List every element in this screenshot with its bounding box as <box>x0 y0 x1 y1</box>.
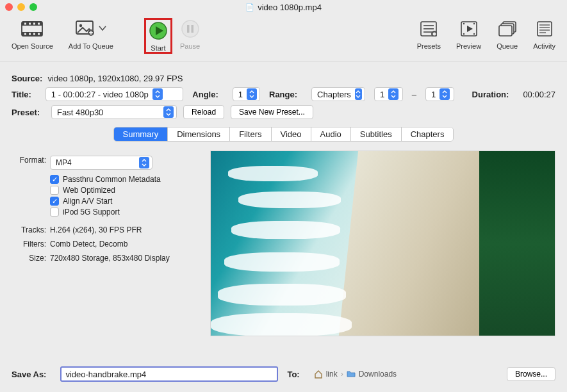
window-title: 📄 video 1080p.mp4 <box>0 3 567 12</box>
filters-label: Filters: <box>12 240 46 249</box>
svg-point-16 <box>182 20 199 37</box>
bottom-bar: Save As: To: link › Downloads Browse... <box>0 360 567 392</box>
checkbox-label: Passthru Common Metadata <box>63 175 161 184</box>
browse-button[interactable]: Browse... <box>507 367 555 381</box>
toolbar: Open Source Add To Queue Start Pause <box>0 14 567 62</box>
checkbox-ipod-5g[interactable]: iPod 5G Support <box>50 208 195 216</box>
tab-subtitles[interactable]: Subtitles <box>351 127 402 141</box>
range-separator: – <box>412 90 416 99</box>
format-select[interactable]: MP4 <box>50 156 152 170</box>
angle-label: Angle: <box>192 90 218 99</box>
range-from-select[interactable]: 1 <box>374 87 403 101</box>
title-label: Title: <box>12 90 31 99</box>
checkbox-icon <box>50 208 59 216</box>
add-to-queue-button[interactable]: Add To Queue <box>61 18 121 50</box>
window-title-text: video 1080p.mp4 <box>258 3 322 12</box>
svg-point-29 <box>473 33 474 35</box>
film-icon <box>21 18 43 40</box>
pause-label: Pause <box>180 42 200 50</box>
reload-button[interactable]: Reload <box>183 105 224 119</box>
source-value: video 1080p, 1920x1080, 29.97 FPS <box>47 74 183 83</box>
open-source-button[interactable]: Open Source <box>4 18 61 50</box>
duration-value: 00:00:27 <box>523 90 555 99</box>
preview-label: Preview <box>456 42 481 50</box>
save-new-preset-button[interactable]: Save New Preset... <box>231 105 313 119</box>
size-label: Size: <box>12 254 46 263</box>
svg-rect-8 <box>29 33 31 35</box>
svg-point-26 <box>463 23 464 24</box>
angle-select[interactable]: 1 <box>233 87 260 101</box>
preset-value: Fast 480p30 <box>57 108 160 117</box>
checkbox-label: iPod 5G Support <box>63 208 120 216</box>
preview-icon <box>461 18 477 40</box>
saveas-label: Save As: <box>12 370 46 379</box>
checkbox-align-av[interactable]: ✓ Align A/V Start <box>50 197 195 206</box>
title-select[interactable]: 1 - 00:00:27 - video 1080p <box>45 87 183 101</box>
titlebar: 📄 video 1080p.mp4 <box>0 0 567 14</box>
filters-value: Comb Detect, Decomb <box>50 240 127 249</box>
close-icon[interactable] <box>5 3 13 11</box>
svg-rect-10 <box>38 33 40 35</box>
range-type-value: Chapters <box>317 90 351 99</box>
range-to-select[interactable]: 1 <box>425 87 454 101</box>
home-icon <box>314 370 323 379</box>
presets-button[interactable]: Presets <box>409 18 448 50</box>
pause-button: Pause <box>172 18 208 50</box>
stack-icon <box>498 18 516 40</box>
start-label: Start <box>151 44 165 52</box>
range-to-value: 1 <box>431 90 436 99</box>
updown-icon <box>163 106 174 118</box>
source-label: Source: <box>12 74 42 83</box>
open-source-label: Open Source <box>12 42 53 50</box>
saveas-input[interactable] <box>60 366 278 382</box>
preset-select[interactable]: Fast 480p30 <box>51 105 177 119</box>
checkbox-icon: ✓ <box>50 175 59 184</box>
range-type-select[interactable]: Chapters <box>311 87 365 101</box>
tab-audio[interactable]: Audio <box>311 127 351 141</box>
checkbox-web-optimized[interactable]: Web Optimized <box>50 186 195 195</box>
tracks-label: Tracks: <box>12 225 46 234</box>
preview-button[interactable]: Preview <box>448 18 489 50</box>
duration-label: Duration: <box>472 90 509 99</box>
tab-dimensions[interactable]: Dimensions <box>168 127 230 141</box>
maximize-icon[interactable] <box>29 3 37 11</box>
checkbox-label: Web Optimized <box>63 186 115 195</box>
checkbox-icon: ✓ <box>50 197 59 206</box>
updown-icon <box>139 157 149 168</box>
start-button[interactable]: Start <box>144 18 172 54</box>
destination-path[interactable]: link › Downloads <box>314 370 397 379</box>
svg-rect-3 <box>24 23 26 25</box>
svg-point-12 <box>79 24 82 27</box>
play-icon <box>149 20 168 42</box>
activity-button[interactable]: Activity <box>525 18 563 50</box>
svg-rect-5 <box>33 23 35 25</box>
tab-video[interactable]: Video <box>272 127 311 141</box>
image-plus-icon <box>76 20 95 37</box>
content-area: Source: video 1080p, 1920x1080, 29.97 FP… <box>0 62 567 336</box>
svg-rect-7 <box>24 33 26 35</box>
svg-rect-32 <box>499 26 512 36</box>
updown-icon <box>388 88 399 100</box>
to-label: To: <box>287 370 299 379</box>
tab-bar: Summary Dimensions Filters Video Audio S… <box>113 127 454 142</box>
minimize-icon[interactable] <box>17 3 25 11</box>
tab-summary[interactable]: Summary <box>114 127 168 141</box>
activity-log-icon <box>537 18 552 40</box>
tab-chapters[interactable]: Chapters <box>402 127 454 141</box>
tab-filters[interactable]: Filters <box>230 127 271 141</box>
window-controls <box>5 3 37 11</box>
updown-icon <box>355 88 362 100</box>
range-label: Range: <box>269 90 297 99</box>
svg-rect-4 <box>29 23 31 25</box>
svg-point-27 <box>473 23 474 24</box>
checkbox-passthru[interactable]: ✓ Passthru Common Metadata <box>50 175 195 184</box>
svg-rect-33 <box>538 22 552 36</box>
queue-button[interactable]: Queue <box>489 18 525 50</box>
format-label: Format: <box>12 156 46 170</box>
chevron-down-icon[interactable] <box>99 25 106 33</box>
title-select-value: 1 - 00:00:27 - video 1080p <box>51 90 149 99</box>
add-to-queue-label: Add To Queue <box>69 42 113 50</box>
svg-rect-17 <box>187 25 190 33</box>
tracks-value: H.264 (x264), 30 FPS PFR <box>50 225 142 234</box>
range-from-value: 1 <box>380 90 384 99</box>
